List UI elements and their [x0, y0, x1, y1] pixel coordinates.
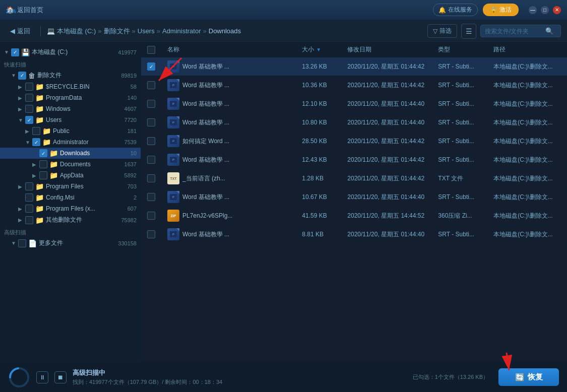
- row-checkbox[interactable]: [147, 137, 155, 145]
- toggle-icon: ▼: [4, 49, 11, 55]
- back-button[interactable]: ◀ 返回: [6, 25, 34, 38]
- search-icon[interactable]: 🔍: [545, 27, 553, 35]
- sidebar-item-recycle[interactable]: ▶ 📁 $RECYCLE.BIN 58: [0, 81, 141, 92]
- admin-checkbox[interactable]: ✓: [32, 138, 40, 146]
- programdata-checkbox[interactable]: [25, 94, 33, 102]
- toggle-icon: ▶: [18, 84, 25, 90]
- zip-icon: ZIP: [167, 210, 179, 222]
- row-checkbox[interactable]: [147, 100, 155, 108]
- row-checkbox[interactable]: [147, 81, 155, 89]
- row-check: [147, 137, 167, 145]
- restore-icon: 🔄: [515, 373, 525, 382]
- sidebar-item-administrator[interactable]: ▼ ✓ 📁 Administrator 7539: [0, 137, 141, 148]
- select-all-checkbox[interactable]: [147, 46, 155, 54]
- sidebar-item-deleted[interactable]: ▼ ✓ 🗑 删除文件 89819: [0, 70, 141, 81]
- breadcrumb-disk[interactable]: 本地磁盘 (C:): [57, 27, 96, 36]
- service-button[interactable]: 🔔 在线服务: [433, 4, 478, 16]
- nav-separator: [40, 26, 41, 36]
- sidebar-item-windows[interactable]: ▶ 📁 Windows 4607: [0, 103, 141, 114]
- row-checkbox[interactable]: [147, 212, 155, 220]
- programfilesx-checkbox[interactable]: [25, 205, 33, 213]
- public-checkbox[interactable]: [32, 127, 40, 135]
- breadcrumb-folder1[interactable]: 删除文件: [104, 27, 130, 36]
- search-input[interactable]: [485, 28, 545, 35]
- deleted-checkbox[interactable]: ✓: [18, 72, 26, 80]
- activate-button[interactable]: 🔒 激活: [483, 4, 519, 16]
- minimize-button[interactable]: —: [529, 6, 537, 14]
- row-size: 12.10 KB: [302, 100, 347, 107]
- row-checkbox[interactable]: [147, 118, 155, 126]
- filter-button[interactable]: ▽ 筛选: [427, 24, 457, 38]
- appdata-checkbox[interactable]: [39, 171, 47, 179]
- other-checkbox[interactable]: [25, 216, 33, 224]
- close-button[interactable]: ✕: [553, 6, 561, 14]
- documents-checkbox[interactable]: [39, 160, 47, 168]
- row-size: 41.59 KB: [302, 212, 347, 219]
- table-row[interactable]: P Word 基础教學 ... 8.81 KB 2020/11/20, 星期五 …: [141, 225, 567, 244]
- windows-checkbox[interactable]: [25, 105, 33, 113]
- lock-icon: 🔒: [490, 7, 497, 14]
- table-row[interactable]: P Word 基础教學 ... 10.80 KB 2020/11/20, 星期五…: [141, 113, 567, 132]
- breadcrumb-sep1: »: [98, 27, 101, 35]
- nav-bar: ◀ 返回 💻 本地磁盘 (C:) » 删除文件 » Users » Admini…: [0, 20, 567, 42]
- disk-checkbox[interactable]: ✓: [11, 48, 19, 56]
- restore-button[interactable]: 🔄 恢复: [498, 368, 559, 386]
- row-checkbox[interactable]: ✓: [147, 62, 155, 71]
- sidebar-item-documents[interactable]: ▶ 📁 Documents 1637: [0, 159, 141, 170]
- sidebar-item-users[interactable]: ▼ ✓ 📁 Users 7720: [0, 114, 141, 125]
- more-checkbox[interactable]: [18, 239, 26, 247]
- row-path: 本地磁盘(C:)\删除文...: [493, 174, 561, 183]
- sidebar-item-appdata[interactable]: ▶ 📁 AppData 5892: [0, 170, 141, 181]
- sidebar-item-downloads[interactable]: ✓ 📁 Downloads 10: [0, 148, 141, 159]
- sidebar-item-programfiles[interactable]: ▶ 📁 Program Files 703: [0, 181, 141, 192]
- row-checkbox[interactable]: [147, 193, 155, 201]
- header-check-col: [147, 46, 167, 54]
- sort-icon[interactable]: ▼: [316, 47, 321, 52]
- sidebar-item-other[interactable]: ▶ 📁 其他删除文件 75982: [0, 214, 141, 226]
- breadcrumb-folder2[interactable]: Users: [138, 27, 155, 35]
- row-checkbox[interactable]: [147, 156, 155, 164]
- folder-icon: 📁: [42, 138, 51, 146]
- table-row[interactable]: P Word 基础教學 ... 12.10 KB 2020/11/20, 星期五…: [141, 95, 567, 113]
- row-date: 2020/11/20, 星期五 01:44:42: [347, 81, 438, 90]
- stop-button[interactable]: ⏹: [54, 371, 67, 383]
- folder-icon: 📁: [49, 160, 58, 168]
- row-date: 2020/11/20, 星期五 01:44:42: [347, 156, 438, 164]
- recycle-checkbox[interactable]: [25, 83, 33, 91]
- pause-button[interactable]: ⏸: [36, 371, 48, 383]
- sidebar-item-more[interactable]: ▼ 📄 更多文件 330158: [0, 237, 141, 249]
- selected-info: 已勾选：1个文件（13.26 KB）: [413, 373, 488, 381]
- status-text: 高级扫描中 找到：419977个文件（107.79 GB）/ 剩余时间：00：1…: [73, 368, 407, 386]
- breadcrumb-folder3[interactable]: Administrator: [162, 27, 201, 35]
- sidebar-item-public[interactable]: ▶ 📁 Public 181: [0, 125, 141, 137]
- row-path: 本地磁盘(C:)\删除文...: [493, 212, 561, 220]
- advanced-scan-header: 高级扫描: [0, 226, 141, 237]
- srt-icon: P: [167, 79, 179, 91]
- table-row[interactable]: ✓ P Word 基础教學 ... 13.26 KB 2020/11/20, 星…: [141, 57, 567, 76]
- table-row[interactable]: TXT _当前语言 (zh... 1.28 KB 2020/11/20, 星期五…: [141, 169, 567, 188]
- row-filename: Word 基础教學 ...: [182, 62, 229, 71]
- menu-button[interactable]: ☰: [461, 24, 476, 39]
- row-checkbox[interactable]: [147, 230, 155, 238]
- programfiles-checkbox[interactable]: [25, 182, 33, 190]
- table-row[interactable]: P Word 基础教學 ... 12.43 KB 2020/11/20, 星期五…: [141, 151, 567, 169]
- table-row[interactable]: P Word 基础教學 ... 10.67 KB 2020/11/20, 星期五…: [141, 188, 567, 207]
- sidebar-item-disk[interactable]: ▼ ✓ 💾 本地磁盘 (C:) 419977: [0, 46, 141, 58]
- bell-icon: 🔔: [438, 7, 446, 14]
- row-name: P Word 基础教學 ...: [167, 228, 302, 240]
- quick-scan-header: 快速扫描: [0, 58, 141, 70]
- table-row[interactable]: P 如何搞定 Word ... 28.50 KB 2020/11/20, 星期五…: [141, 132, 567, 151]
- row-size: 10.36 KB: [302, 82, 347, 89]
- row-size: 8.81 KB: [302, 231, 347, 238]
- sidebar-item-programdata[interactable]: ▶ 📁 ProgramData 140: [0, 92, 141, 103]
- sidebar-item-configmsi[interactable]: 📁 Config.Msi 2: [0, 192, 141, 203]
- configmsi-checkbox[interactable]: [25, 193, 33, 202]
- table-row[interactable]: ZIP PL7enJ2-v6SPlg... 41.59 KB 2020/11/2…: [141, 207, 567, 225]
- progress-pct-label: 23%: [0, 0, 22, 22]
- row-checkbox[interactable]: [147, 174, 155, 182]
- sidebar-item-programfilesx[interactable]: ▶ 📁 Program Files (x... 607: [0, 203, 141, 214]
- users-checkbox[interactable]: ✓: [25, 116, 33, 124]
- maximize-button[interactable]: □: [541, 6, 549, 14]
- table-row[interactable]: P Word 基础教學 ... 10.36 KB 2020/11/20, 星期五…: [141, 76, 567, 95]
- downloads-checkbox[interactable]: ✓: [39, 149, 47, 157]
